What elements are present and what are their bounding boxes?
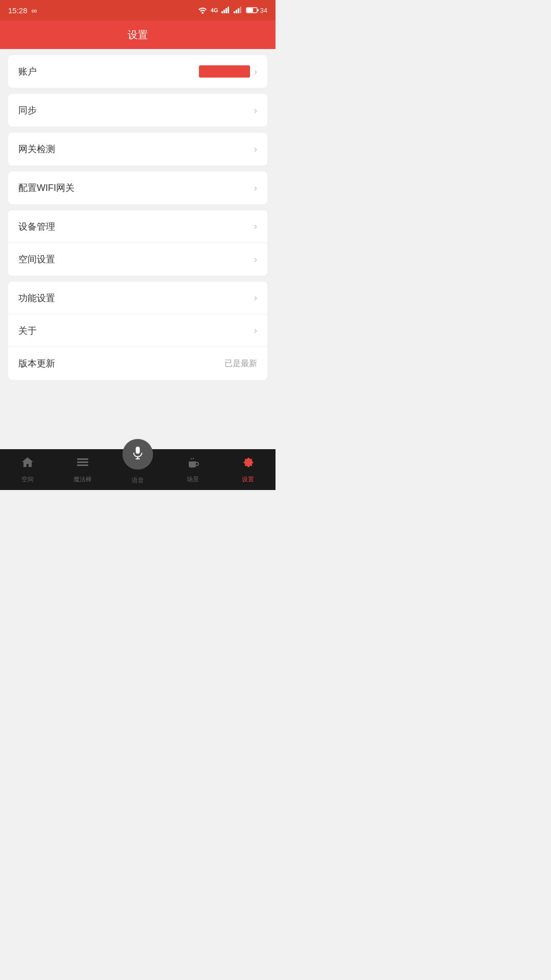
tab-space[interactable]: 空间: [0, 449, 55, 490]
gateway-detect-item[interactable]: 网关检测 ›: [8, 133, 267, 165]
function-settings-item[interactable]: 功能设置 ›: [8, 282, 267, 314]
wifi-gateway-label: 配置WIFI网关: [18, 182, 74, 194]
account-label: 账户: [18, 65, 37, 78]
tab-magic[interactable]: 魔法棒: [55, 449, 110, 490]
wifi-icon: [197, 6, 208, 15]
mic-circle: [122, 439, 153, 470]
svg-rect-12: [77, 461, 88, 463]
device-manage-chevron-icon: ›: [254, 221, 257, 232]
page-title: 设置: [128, 28, 148, 42]
sync-section: 同步 ›: [8, 94, 267, 127]
function-about-version-section: 功能设置 › 关于 › 版本更新 已是最新: [8, 282, 267, 380]
svg-rect-6: [238, 8, 239, 13]
sync-label: 同步: [18, 104, 37, 116]
status-left: 15:28 ∞: [8, 6, 37, 15]
device-space-section: 设备管理 › 空间设置 ›: [8, 210, 267, 276]
home-icon: [20, 455, 35, 473]
svg-rect-7: [240, 7, 241, 13]
wifi-gateway-item[interactable]: 配置WIFI网关 ›: [8, 172, 267, 204]
gateway-detect-chevron-icon: ›: [254, 144, 257, 155]
tab-bar: 空间 魔法棒 语音: [0, 449, 276, 490]
tab-settings[interactable]: 设置: [220, 449, 276, 490]
device-manage-label: 设备管理: [18, 220, 55, 233]
svg-rect-3: [228, 7, 229, 13]
battery-icon: 34: [246, 7, 267, 14]
account-redacted: [199, 65, 250, 78]
svg-rect-5: [236, 10, 237, 13]
infinity-symbol: ∞: [32, 6, 37, 15]
coffee-icon: [186, 455, 200, 473]
version-update-value: 已是最新: [224, 358, 257, 369]
account-value-block: ›: [199, 65, 257, 78]
gateway-detect-section: 网关检测 ›: [8, 133, 267, 165]
sync-chevron-icon: ›: [254, 105, 257, 116]
tab-voice-label: 语音: [132, 476, 144, 485]
svg-rect-1: [223, 10, 225, 13]
svg-rect-14: [136, 447, 140, 454]
space-settings-label: 空间设置: [18, 253, 55, 265]
account-section: 账户 ›: [8, 55, 267, 88]
account-chevron-icon: ›: [254, 66, 257, 77]
about-label: 关于: [18, 325, 37, 337]
device-manage-item[interactable]: 设备管理 ›: [8, 210, 267, 243]
settings-main-content: 账户 › 同步 › 网关检测 › 配置WIFI网关 › 设备管理 ›: [0, 49, 276, 449]
status-right: 4G 34: [197, 6, 267, 15]
menu-icon: [76, 455, 90, 473]
status-bar: 15:28 ∞ 4G: [0, 0, 276, 20]
function-settings-chevron-icon: ›: [254, 292, 257, 303]
signal-bars-icon: [221, 6, 231, 15]
svg-rect-0: [221, 11, 223, 13]
tab-scene-label: 场景: [187, 475, 199, 484]
svg-rect-13: [77, 464, 88, 466]
wifi-gateway-section: 配置WIFI网关 ›: [8, 172, 267, 204]
function-settings-label: 功能设置: [18, 292, 55, 304]
tab-space-label: 空间: [21, 475, 34, 484]
sync-item[interactable]: 同步 ›: [8, 94, 267, 127]
signal-bars2-icon: [234, 6, 243, 15]
tab-settings-label: 设置: [242, 475, 254, 484]
battery-level: 34: [260, 7, 267, 14]
account-item[interactable]: 账户 ›: [8, 55, 267, 88]
version-update-item[interactable]: 版本更新 已是最新: [8, 347, 267, 380]
wifi-gateway-chevron-icon: ›: [254, 183, 257, 193]
space-settings-item[interactable]: 空间设置 ›: [8, 243, 267, 276]
svg-rect-10: [247, 8, 253, 12]
space-settings-chevron-icon: ›: [254, 254, 257, 265]
about-chevron-icon: ›: [254, 325, 257, 336]
app-header: 设置: [0, 20, 276, 49]
signal-4g-icon: 4G: [211, 7, 218, 13]
svg-rect-11: [77, 458, 88, 460]
tab-scene[interactable]: 场景: [165, 449, 220, 490]
tab-magic-label: 魔法棒: [73, 475, 92, 484]
about-item[interactable]: 关于 ›: [8, 314, 267, 347]
tab-voice[interactable]: 语音: [110, 449, 165, 490]
gear-icon: [241, 455, 255, 473]
gateway-detect-label: 网关检测: [18, 143, 55, 155]
svg-rect-2: [226, 8, 227, 13]
mic-icon: [131, 446, 145, 463]
time-display: 15:28: [8, 6, 28, 15]
svg-rect-9: [257, 9, 259, 11]
svg-rect-4: [234, 11, 235, 13]
version-update-label: 版本更新: [18, 357, 55, 370]
